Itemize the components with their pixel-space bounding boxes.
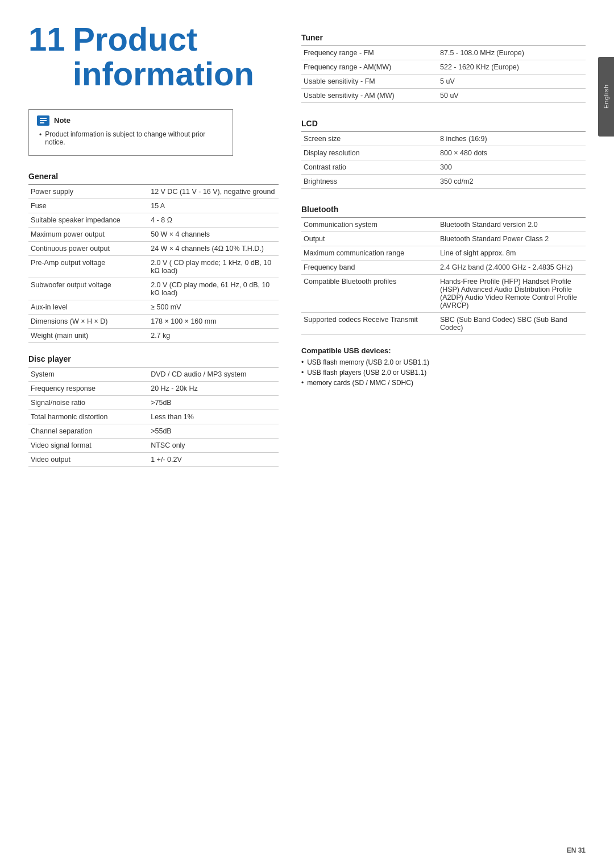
table-row: Brightness350 cd/m2 xyxy=(301,175,586,189)
table-row: Continuous power output24 W × 4 channels… xyxy=(28,241,279,255)
spec-label: Contrast ratio xyxy=(301,160,438,175)
right-column: Tuner Frequency range - FM87.5 - 108.0 M… xyxy=(301,23,586,845)
table-row: Maximum communication rangeLine of sight… xyxy=(301,246,586,261)
list-item: •USB flash memory (USB 2.0 or USB1.1) xyxy=(301,358,586,366)
spec-value: Less than 1% xyxy=(148,410,279,424)
table-row: Compatible Bluetooth profilesHands-Free … xyxy=(301,275,586,313)
general-table: Power supply12 V DC (11 V - 16 V), negat… xyxy=(28,184,279,343)
compatible-usb-section: Compatible USB devices: •USB flash memor… xyxy=(301,346,586,387)
page: English 11 Product information xyxy=(0,0,614,868)
table-row: Subwoofer output voltage2.0 V (CD play m… xyxy=(28,278,279,300)
spec-value: NTSC only xyxy=(148,438,279,452)
spec-value: Bluetooth Standard Power Class 2 xyxy=(438,232,586,246)
left-column: 11 Product information Note xyxy=(28,23,279,845)
spec-value: 2.4 GHz band (2.4000 GHz - 2.4835 GHz) xyxy=(438,261,586,275)
spec-value: 15 A xyxy=(148,199,279,213)
note-bullet-item: • Product information is subject to chan… xyxy=(39,130,225,146)
bullet-dot: • xyxy=(301,358,304,366)
list-item: •memory cards (SD / MMC / SDHC) xyxy=(301,379,586,387)
spec-value: 50 uV xyxy=(438,89,586,103)
svg-rect-1 xyxy=(40,120,47,121)
spec-value: 2.7 kg xyxy=(148,328,279,342)
lcd-section-title: LCD xyxy=(301,119,586,128)
spec-label: Total harmonic distortion xyxy=(28,410,148,424)
spec-value: 4 - 8 Ω xyxy=(148,213,279,227)
side-tab: English xyxy=(598,57,614,137)
spec-label: Weight (main unit) xyxy=(28,328,148,342)
content-area: 11 Product information Note xyxy=(0,0,614,868)
bullet-dot: • xyxy=(301,379,304,387)
spec-label: Pre-Amp output voltage xyxy=(28,255,148,278)
spec-label: Maximum communication range xyxy=(301,246,438,261)
side-tab-label: English xyxy=(603,84,609,109)
table-row: Frequency band2.4 GHz band (2.4000 GHz -… xyxy=(301,261,586,275)
spec-value: Bluetooth Standard version 2.0 xyxy=(438,218,586,232)
page-title: 11 Product information xyxy=(28,23,279,92)
table-row: OutputBluetooth Standard Power Class 2 xyxy=(301,232,586,246)
spec-value: >55dB xyxy=(148,424,279,438)
note-lines-icon xyxy=(39,117,47,125)
spec-value: 87.5 - 108.0 MHz (Europe) xyxy=(438,46,586,60)
spec-value: DVD / CD audio / MP3 system xyxy=(148,367,279,381)
usb-item-text: USB flash memory (USB 2.0 or USB1.1) xyxy=(307,358,429,366)
note-content: • Product information is subject to chan… xyxy=(37,130,225,146)
note-header: Note xyxy=(37,115,225,126)
table-row: Video signal formatNTSC only xyxy=(28,438,279,452)
table-row: Supported codecs Receive TransmitSBC (Su… xyxy=(301,313,586,335)
svg-rect-2 xyxy=(40,122,44,123)
spec-value: Hands-Free Profile (HFP) Handset Profile… xyxy=(438,275,586,313)
note-title: Note xyxy=(54,116,70,125)
spec-value: 2.0 V (CD play mode, 61 Hz, 0 dB, 10 kΩ … xyxy=(148,278,279,300)
spec-value: 350 cd/m2 xyxy=(438,175,586,189)
chapter-word: Product xyxy=(73,20,197,57)
spec-label: Frequency range - AM(MW) xyxy=(301,60,438,75)
general-section-title: General xyxy=(28,172,279,181)
note-icon xyxy=(37,115,49,126)
spec-label: Dimensions (W × H × D) xyxy=(28,314,148,328)
spec-value: 522 - 1620 KHz (Europe) xyxy=(438,60,586,75)
note-bullet-text: Product information is subject to change… xyxy=(45,130,225,146)
table-row: Frequency range - AM(MW)522 - 1620 KHz (… xyxy=(301,60,586,75)
table-row: Maximum power output50 W × 4 channels xyxy=(28,227,279,241)
spec-label: Suitable speaker impedance xyxy=(28,213,148,227)
spec-value: 50 W × 4 channels xyxy=(148,227,279,241)
spec-label: Channel separation xyxy=(28,424,148,438)
spec-label: Fuse xyxy=(28,199,148,213)
usb-item-text: memory cards (SD / MMC / SDHC) xyxy=(307,379,413,387)
table-row: Fuse15 A xyxy=(28,199,279,213)
table-row: Dimensions (W × H × D)178 × 100 × 160 mm xyxy=(28,314,279,328)
table-row: Aux-in level≥ 500 mV xyxy=(28,300,279,314)
spec-label: Frequency range - FM xyxy=(301,46,438,60)
en-label: EN 31 xyxy=(567,846,586,854)
table-row: Video output1 +/- 0.2V xyxy=(28,452,279,466)
spec-value: 8 inches (16:9) xyxy=(438,132,586,146)
table-row: Total harmonic distortionLess than 1% xyxy=(28,410,279,424)
spec-label: Screen size xyxy=(301,132,438,146)
tuner-section-title: Tuner xyxy=(301,33,586,42)
table-row: Frequency range - FM87.5 - 108.0 MHz (Eu… xyxy=(301,46,586,60)
spec-value: SBC (Sub Band Codec) SBC (Sub Band Codec… xyxy=(438,313,586,335)
spec-value: 800 × 480 dots xyxy=(438,146,586,160)
spec-label: Signal/noise ratio xyxy=(28,395,148,410)
table-row: Power supply12 V DC (11 V - 16 V), negat… xyxy=(28,184,279,199)
spec-value: 5 uV xyxy=(438,75,586,89)
bullet-dot: • xyxy=(39,131,42,146)
spec-value: 2.0 V ( CD play mode; 1 kHz, 0 dB, 10 kΩ… xyxy=(148,255,279,278)
bluetooth-section-title: Bluetooth xyxy=(301,205,586,214)
spec-label: Communication system xyxy=(301,218,438,232)
table-row: SystemDVD / CD audio / MP3 system xyxy=(28,367,279,381)
disc-player-section-title: Disc player xyxy=(28,354,279,363)
spec-value: 178 × 100 × 160 mm xyxy=(148,314,279,328)
spec-value: >75dB xyxy=(148,395,279,410)
bullet-dot: • xyxy=(301,369,304,377)
spec-label: Maximum power output xyxy=(28,227,148,241)
spec-label: Video signal format xyxy=(28,438,148,452)
spec-label: Usable sensitivity - AM (MW) xyxy=(301,89,438,103)
spec-label: Aux-in level xyxy=(28,300,148,314)
spec-label: Output xyxy=(301,232,438,246)
spec-value: 12 V DC (11 V - 16 V), negative ground xyxy=(148,184,279,199)
table-row: Communication systemBluetooth Standard v… xyxy=(301,218,586,232)
spec-label: Power supply xyxy=(28,184,148,199)
spec-label: Usable sensitivity - FM xyxy=(301,75,438,89)
table-row: Usable sensitivity - FM5 uV xyxy=(301,75,586,89)
